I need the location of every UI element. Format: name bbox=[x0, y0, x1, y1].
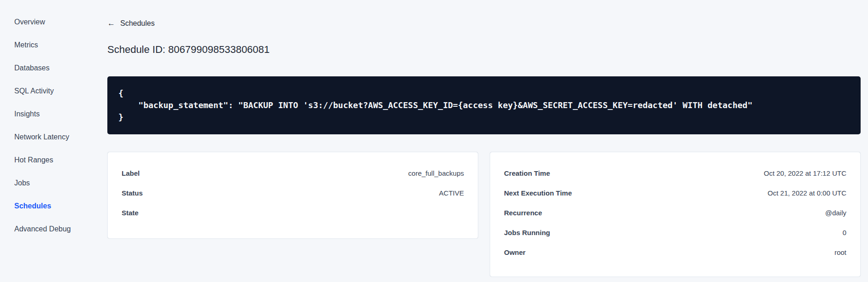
details-row: Creation Time Oct 20, 2022 at 17:12 UTC bbox=[504, 163, 846, 183]
sidebar-item[interactable]: Schedules bbox=[0, 195, 107, 218]
details-row: Next Execution Time Oct 21, 2022 at 0:00… bbox=[504, 183, 846, 203]
app-root: Overview Metrics Databases SQL Activity … bbox=[0, 0, 868, 282]
sidebar: Overview Metrics Databases SQL Activity … bbox=[0, 0, 107, 282]
sidebar-item[interactable]: SQL Activity bbox=[0, 80, 107, 103]
details-row-label: Owner bbox=[504, 248, 526, 256]
details-row-label: Recurrence bbox=[504, 209, 542, 217]
page-title: Schedule ID: 806799098533806081 bbox=[107, 43, 861, 56]
sidebar-item-label: Jobs bbox=[14, 179, 30, 187]
details-row: Recurrence @daily bbox=[504, 203, 846, 223]
sidebar-item[interactable]: Hot Ranges bbox=[0, 149, 107, 172]
sidebar-item-label: Network Latency bbox=[14, 133, 69, 141]
details-row: Owner root bbox=[504, 242, 846, 262]
sidebar-item[interactable]: Advanced Debug bbox=[0, 218, 107, 241]
details-row-value: Oct 20, 2022 at 17:12 UTC bbox=[764, 169, 846, 177]
sidebar-item-label: Insights bbox=[14, 110, 40, 118]
sidebar-nav-list: Overview Metrics Databases SQL Activity … bbox=[0, 11, 107, 241]
schedule-details-card: Creation Time Oct 20, 2022 at 17:12 UTC … bbox=[490, 152, 861, 277]
sidebar-item[interactable]: Metrics bbox=[0, 34, 107, 57]
sidebar-item[interactable]: Jobs bbox=[0, 172, 107, 195]
schedule-summary-card: Label core_full_backups Status ACTIVE St… bbox=[107, 152, 478, 239]
details-row-value: root bbox=[834, 248, 846, 256]
details-row-label: Jobs Running bbox=[504, 229, 550, 236]
summary-row-label: Status bbox=[122, 189, 143, 197]
summary-row-value: core_full_backups bbox=[408, 169, 464, 177]
sidebar-item-label: Metrics bbox=[14, 41, 38, 49]
sidebar-item-label: Overview bbox=[14, 18, 45, 26]
sidebar-item-label: SQL Activity bbox=[14, 87, 54, 95]
sidebar-item[interactable]: Network Latency bbox=[0, 126, 107, 149]
sidebar-item-label: Databases bbox=[14, 64, 50, 72]
sidebar-item-label: Advanced Debug bbox=[14, 225, 71, 233]
schedule-definition-code: { "backup_statement": "BACKUP INTO 's3:/… bbox=[107, 76, 861, 134]
back-link-label: Schedules bbox=[120, 19, 155, 28]
summary-row: Label core_full_backups bbox=[122, 163, 464, 183]
back-link-schedules[interactable]: ← Schedules bbox=[107, 19, 155, 28]
summary-row-value: ACTIVE bbox=[439, 189, 464, 197]
details-row-value: Oct 21, 2022 at 0:00 UTC bbox=[768, 189, 846, 197]
summary-row-label: State bbox=[122, 209, 139, 217]
sidebar-item[interactable]: Overview bbox=[0, 11, 107, 34]
sidebar-item[interactable]: Insights bbox=[0, 103, 107, 126]
back-arrow-icon: ← bbox=[107, 19, 115, 28]
details-row-label: Creation Time bbox=[504, 169, 550, 177]
sidebar-item-label: Schedules bbox=[14, 202, 51, 210]
sidebar-item[interactable]: Databases bbox=[0, 57, 107, 80]
sidebar-item-label: Hot Ranges bbox=[14, 156, 53, 164]
summary-row: Status ACTIVE bbox=[122, 183, 464, 203]
summary-row-label: Label bbox=[122, 169, 140, 177]
details-row-label: Next Execution Time bbox=[504, 189, 572, 197]
details-row: Jobs Running 0 bbox=[504, 223, 846, 242]
cards-row: Label core_full_backups Status ACTIVE St… bbox=[107, 152, 861, 277]
details-row-value: 0 bbox=[843, 229, 846, 236]
details-row-value: @daily bbox=[825, 209, 846, 217]
summary-row: State bbox=[122, 203, 464, 223]
main-content: ← Schedules Schedule ID: 806799098533806… bbox=[107, 0, 868, 282]
